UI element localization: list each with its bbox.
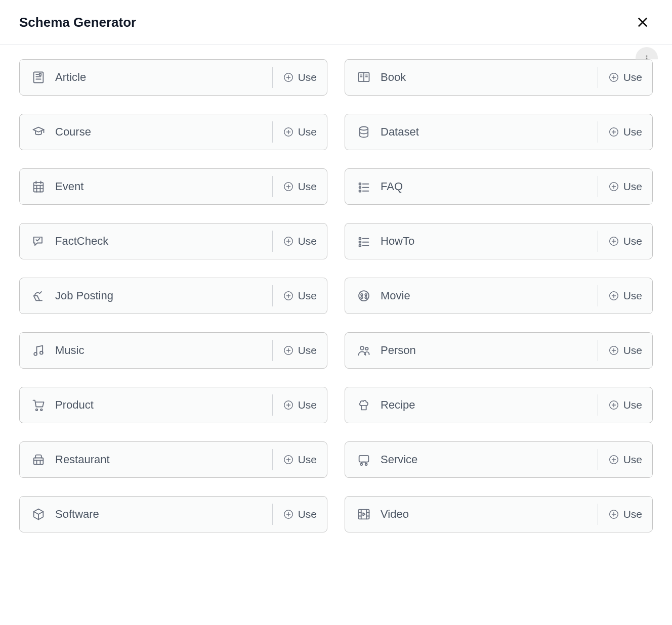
factcheck-icon xyxy=(31,234,46,249)
schema-card-faq: FAQ Use xyxy=(345,168,653,205)
schema-select-book[interactable]: Book xyxy=(345,60,598,95)
video-icon xyxy=(356,507,371,522)
schema-label: Video xyxy=(381,508,409,521)
use-label: Use xyxy=(298,181,317,193)
plus-circle-icon xyxy=(283,509,294,520)
schema-select-article[interactable]: Article xyxy=(20,60,272,95)
schema-label: Service xyxy=(381,453,417,466)
schema-select-music[interactable]: Music xyxy=(20,333,272,368)
schema-select-service[interactable]: Service xyxy=(345,442,598,477)
use-label: Use xyxy=(623,399,642,411)
use-label: Use xyxy=(623,235,642,247)
schema-card-software: Software Use xyxy=(19,496,327,532)
plus-circle-icon xyxy=(283,290,294,301)
schema-label: Person xyxy=(381,344,416,357)
schema-card-course: Course Use xyxy=(19,114,327,150)
schema-card-video: Video Use xyxy=(345,496,653,532)
use-label: Use xyxy=(623,71,642,83)
schema-label: Restaurant xyxy=(55,453,110,466)
schema-select-restaurant[interactable]: Restaurant xyxy=(20,442,272,477)
schema-select-software[interactable]: Software xyxy=(20,497,272,532)
schema-card-music: Music Use xyxy=(19,332,327,369)
schema-label: Job Posting xyxy=(55,289,113,302)
schema-select-howto[interactable]: HowTo xyxy=(345,224,598,259)
schema-card-event: Event Use xyxy=(19,168,327,205)
schema-select-movie[interactable]: Movie xyxy=(345,278,598,314)
plus-circle-icon xyxy=(283,236,294,247)
recipe-icon xyxy=(356,397,371,413)
use-button-faq[interactable]: Use xyxy=(598,176,652,197)
software-icon xyxy=(31,507,46,522)
schema-label: Software xyxy=(55,508,99,521)
schema-select-job-posting[interactable]: Job Posting xyxy=(20,278,272,314)
use-label: Use xyxy=(623,344,642,356)
use-button-movie[interactable]: Use xyxy=(598,285,652,306)
schema-label: Movie xyxy=(381,289,410,302)
use-button-howto[interactable]: Use xyxy=(598,231,652,252)
svg-point-1 xyxy=(646,55,648,57)
header: Schema Generator xyxy=(0,0,672,45)
event-icon xyxy=(31,179,46,194)
schema-card-service: Service Use xyxy=(345,441,653,478)
schema-select-dataset[interactable]: Dataset xyxy=(345,114,598,150)
schema-card-howto: HowTo Use xyxy=(345,223,653,259)
page-title: Schema Generator xyxy=(19,15,136,30)
use-label: Use xyxy=(623,181,642,193)
plus-circle-icon xyxy=(608,126,619,138)
use-button-software[interactable]: Use xyxy=(272,504,327,525)
plus-circle-icon xyxy=(283,72,294,83)
schema-label: Dataset xyxy=(381,125,419,139)
use-label: Use xyxy=(623,290,642,302)
schema-select-event[interactable]: Event xyxy=(20,169,272,204)
schema-label: Event xyxy=(55,180,83,193)
use-button-recipe[interactable]: Use xyxy=(598,394,652,416)
plus-circle-icon xyxy=(283,126,294,138)
close-button[interactable] xyxy=(633,12,653,32)
schema-select-factcheck[interactable]: FactCheck xyxy=(20,224,272,259)
plus-circle-icon xyxy=(608,72,619,83)
use-button-service[interactable]: Use xyxy=(598,449,652,470)
use-label: Use xyxy=(298,399,317,411)
howto-icon xyxy=(356,234,371,249)
content: Article Use Book Use Course Use xyxy=(0,45,672,553)
use-label: Use xyxy=(623,508,642,520)
use-button-dataset[interactable]: Use xyxy=(598,121,652,143)
use-button-factcheck[interactable]: Use xyxy=(272,231,327,252)
use-button-book[interactable]: Use xyxy=(598,67,652,88)
schema-select-video[interactable]: Video xyxy=(345,497,598,532)
use-button-job-posting[interactable]: Use xyxy=(272,285,327,306)
schema-grid: Article Use Book Use Course Use xyxy=(19,59,653,532)
plus-circle-icon xyxy=(608,399,619,411)
schema-label: Course xyxy=(55,125,91,139)
use-button-course[interactable]: Use xyxy=(272,121,327,143)
person-icon xyxy=(356,343,371,358)
use-label: Use xyxy=(298,126,317,138)
schema-select-faq[interactable]: FAQ xyxy=(345,169,598,204)
schema-select-person[interactable]: Person xyxy=(345,333,598,368)
schema-label: Recipe xyxy=(381,398,415,412)
use-button-video[interactable]: Use xyxy=(598,504,652,525)
plus-circle-icon xyxy=(283,454,294,465)
faq-icon xyxy=(356,179,371,194)
plus-circle-icon xyxy=(283,399,294,411)
schema-select-product[interactable]: Product xyxy=(20,387,272,423)
use-button-person[interactable]: Use xyxy=(598,340,652,361)
use-button-article[interactable]: Use xyxy=(272,67,327,88)
use-button-restaurant[interactable]: Use xyxy=(272,449,327,470)
use-label: Use xyxy=(298,71,317,83)
schema-label: FactCheck xyxy=(55,235,108,248)
use-button-product[interactable]: Use xyxy=(272,394,327,416)
schema-label: Article xyxy=(55,71,86,84)
plus-circle-icon xyxy=(283,345,294,356)
music-icon xyxy=(31,343,46,358)
book-icon xyxy=(356,70,371,85)
schema-select-course[interactable]: Course xyxy=(20,114,272,150)
plus-circle-icon xyxy=(608,345,619,356)
schema-select-recipe[interactable]: Recipe xyxy=(345,387,598,423)
schema-label: Music xyxy=(55,344,84,357)
plus-circle-icon xyxy=(608,181,619,192)
use-label: Use xyxy=(298,454,317,466)
plus-circle-icon xyxy=(608,236,619,247)
use-button-event[interactable]: Use xyxy=(272,176,327,197)
use-button-music[interactable]: Use xyxy=(272,340,327,361)
